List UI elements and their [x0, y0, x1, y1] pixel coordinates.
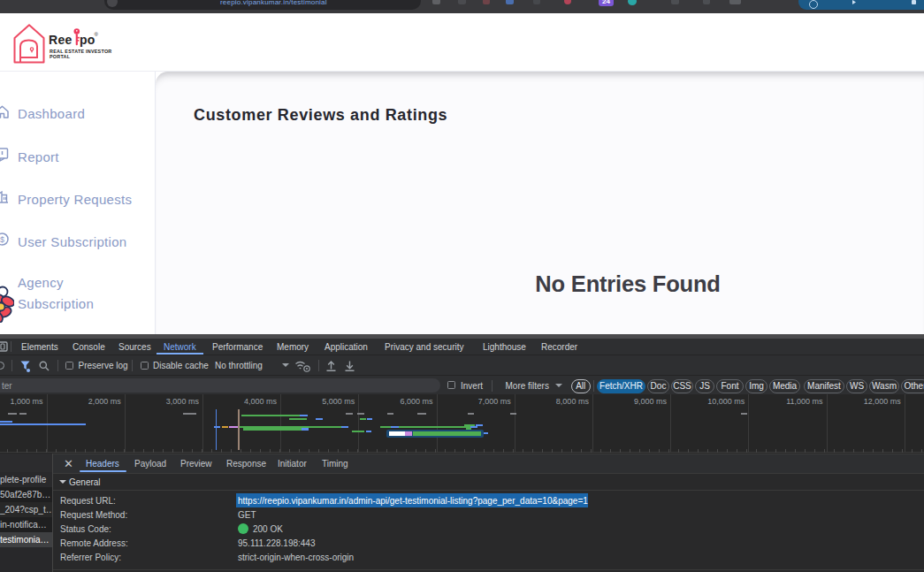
- svg-text:$: $: [0, 235, 4, 244]
